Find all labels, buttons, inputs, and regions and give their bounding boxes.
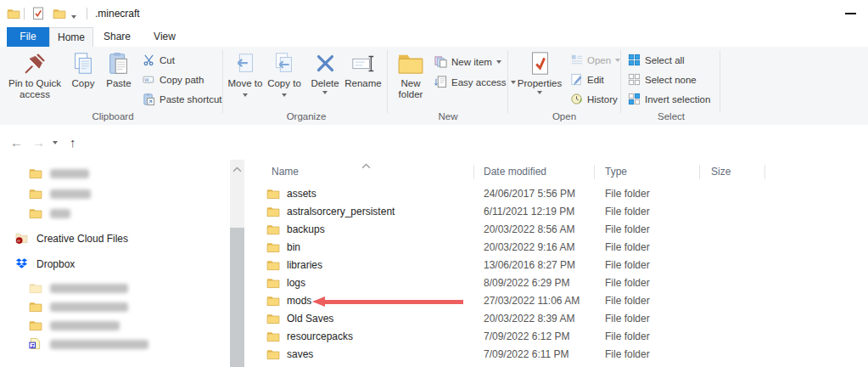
file-date-modified: 13/06/2016 8:27 PM	[484, 257, 575, 274]
copy-button[interactable]: Copy	[66, 49, 100, 89]
copy-path-icon: W...	[143, 73, 155, 86]
table-row[interactable]: bin20/03/2022 9:16 AMFile folder	[248, 239, 842, 257]
file-name[interactable]: backups	[287, 221, 325, 239]
title-bar: .minecraft	[0, 0, 868, 27]
column-header-type[interactable]: Type	[605, 161, 627, 182]
group-label-open: Open	[509, 111, 619, 123]
sidebar-item-redacted[interactable]	[29, 316, 120, 335]
file-name[interactable]: bin	[287, 239, 300, 257]
paste-button[interactable]: Paste	[102, 49, 136, 89]
new-folder-icon	[392, 49, 429, 78]
table-row[interactable]: saves7/09/2022 6:11 PMFile folder	[248, 346, 842, 364]
sidebar-item-redacted[interactable]	[29, 297, 128, 316]
delete-icon	[307, 49, 343, 78]
sidebar-item-creative-cloud-files[interactable]: ∞Creative Cloud Files	[15, 229, 128, 248]
pin-icon	[8, 49, 61, 78]
file-type: File folder	[605, 274, 650, 292]
pin-to-quick-access-button[interactable]: Pin to Quick access	[8, 49, 61, 100]
column-header-name[interactable]: Name	[272, 161, 299, 182]
sidebar-item-redacted[interactable]: Z	[29, 335, 148, 353]
table-row[interactable]: assets24/06/2017 5:56 PMFile folder	[248, 185, 842, 203]
table-row[interactable]: resourcepacks7/09/2022 6:12 PMFile folde…	[248, 328, 842, 346]
history-button[interactable]: History	[570, 89, 618, 109]
column-separator	[764, 165, 765, 179]
navigation-bar: ← → ↑ C:\Users\Jake\AppData\Roaming\.min…	[0, 125, 868, 160]
cut-button[interactable]: Cut	[143, 50, 175, 70]
new-folder-button[interactable]: New folder	[392, 49, 429, 100]
easy-access-icon	[434, 76, 447, 88]
open-button[interactable]: Open	[570, 50, 620, 70]
move-to-label: Move to	[228, 78, 263, 88]
sidebar-item-redacted[interactable]	[29, 164, 89, 183]
edit-button[interactable]: Edit	[570, 70, 604, 89]
column-header-date-modified[interactable]: Date modified	[484, 161, 546, 182]
invert-selection-label: Invert selection	[645, 94, 710, 104]
tab-share[interactable]: Share	[93, 27, 141, 47]
delete-button[interactable]: Delete	[307, 49, 343, 94]
sidebar-item-dropbox[interactable]: Dropbox	[15, 255, 75, 274]
easy-access-button[interactable]: Easy access	[434, 72, 516, 92]
table-row[interactable]: Old Saves20/03/2022 8:39 AMFile folder	[248, 310, 842, 328]
back-button[interactable]: ←	[10, 125, 23, 160]
select-none-button[interactable]: Select none	[628, 70, 697, 89]
properties-quick-icon[interactable]	[31, 7, 45, 20]
edit-label: Edit	[587, 75, 604, 85]
invert-selection-button[interactable]: Invert selection	[628, 89, 710, 109]
folder-icon	[29, 187, 42, 200]
zip-icon: Z	[29, 337, 42, 351]
copy-to-label: Copy to	[267, 78, 301, 88]
table-row[interactable]: backups20/03/2022 8:56 AMFile folder	[248, 221, 842, 239]
redacted-label	[50, 284, 128, 293]
up-button[interactable]: ↑	[70, 125, 76, 160]
file-name[interactable]: assets	[287, 185, 316, 203]
ribbon-separator	[720, 50, 720, 113]
tab-file[interactable]: File	[7, 27, 49, 47]
scrollbar-thumb[interactable]	[230, 228, 244, 367]
forward-button[interactable]: →	[32, 125, 45, 160]
minimize-button[interactable]	[845, 13, 856, 14]
ribbon-separator	[387, 50, 388, 113]
window-title: .minecraft	[95, 0, 140, 27]
copy-label: Copy	[72, 78, 95, 88]
file-name[interactable]: resourcepacks	[287, 328, 353, 346]
file-name[interactable]: mods	[287, 292, 311, 310]
sidebar-item-redacted[interactable]	[29, 204, 70, 223]
tab-view[interactable]: View	[141, 27, 188, 47]
table-row[interactable]: astralsorcery_persistent6/11/2021 12:19 …	[248, 203, 842, 221]
paste-shortcut-button[interactable]: Paste shortcut	[143, 89, 222, 109]
file-name[interactable]: libraries	[287, 257, 322, 274]
ribbon: Pin to Quick access Copy Paste Cut W... …	[0, 47, 868, 126]
new-folder-label: New folder	[399, 78, 423, 99]
quick-access-toolbar-dropdown-icon[interactable]	[71, 10, 80, 22]
rename-label: Rename	[344, 78, 381, 88]
select-all-button[interactable]: Select all	[628, 50, 685, 70]
sidebar-item-redacted[interactable]	[29, 184, 91, 203]
ribbon-separator	[507, 50, 508, 113]
copy-to-button[interactable]: Copy to	[266, 49, 302, 100]
table-row[interactable]: libraries13/06/2016 8:27 PMFile folder	[248, 257, 842, 274]
file-name[interactable]: astralsorcery_persistent	[287, 203, 395, 221]
file-name[interactable]: Old Saves	[287, 310, 333, 328]
move-to-button[interactable]: Move to	[227, 49, 263, 100]
svg-text:∞: ∞	[17, 238, 20, 243]
select-all-label: Select all	[645, 55, 685, 65]
scroll-up-icon[interactable]	[232, 163, 242, 175]
delete-label: Delete	[311, 78, 339, 88]
new-item-button[interactable]: New item	[434, 52, 501, 71]
tab-home[interactable]: Home	[49, 27, 93, 47]
sort-ascending-icon	[361, 160, 371, 172]
recent-locations-dropdown-icon[interactable]	[53, 124, 58, 159]
properties-button[interactable]: Properties	[516, 49, 563, 94]
column-header-size[interactable]: Size	[711, 161, 731, 182]
file-name[interactable]: saves	[287, 346, 313, 364]
table-row[interactable]: logs8/09/2022 6:29 PMFile folder	[248, 274, 842, 292]
new-folder-quick-icon[interactable]	[53, 7, 66, 20]
file-date-modified: 27/03/2022 11:06 AM	[484, 292, 580, 310]
paste-shortcut-icon	[143, 93, 155, 105]
copy-path-button[interactable]: W... Copy path	[143, 70, 204, 89]
sidebar-scrollbar[interactable]	[230, 160, 244, 367]
rename-button[interactable]: Rename	[343, 49, 384, 89]
sidebar-item-redacted[interactable]	[29, 279, 128, 297]
file-name[interactable]: logs	[287, 274, 305, 292]
pin-label: Pin to Quick access	[8, 78, 61, 99]
